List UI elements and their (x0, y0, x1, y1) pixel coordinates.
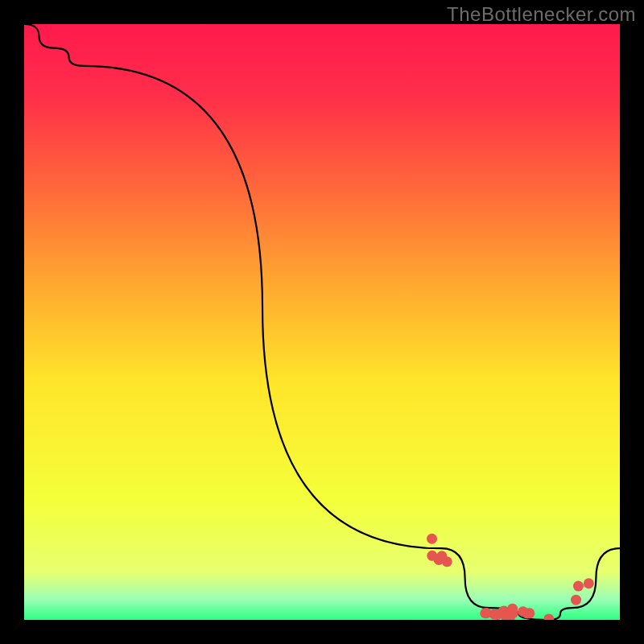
data-dot (508, 608, 518, 618)
watermark-text: TheBottlenecker.com (447, 3, 636, 26)
gradient-background (24, 24, 620, 620)
data-dot (427, 534, 437, 544)
data-dot (573, 581, 584, 592)
chart-svg (24, 24, 620, 620)
chart-plot-area (24, 24, 620, 620)
data-dot (571, 595, 581, 605)
data-dot (584, 578, 594, 588)
chart-stage: TheBottlenecker.com (0, 0, 644, 644)
data-dot (434, 555, 444, 565)
data-dot (522, 609, 532, 619)
data-dot (480, 608, 490, 618)
data-dot (492, 609, 502, 620)
